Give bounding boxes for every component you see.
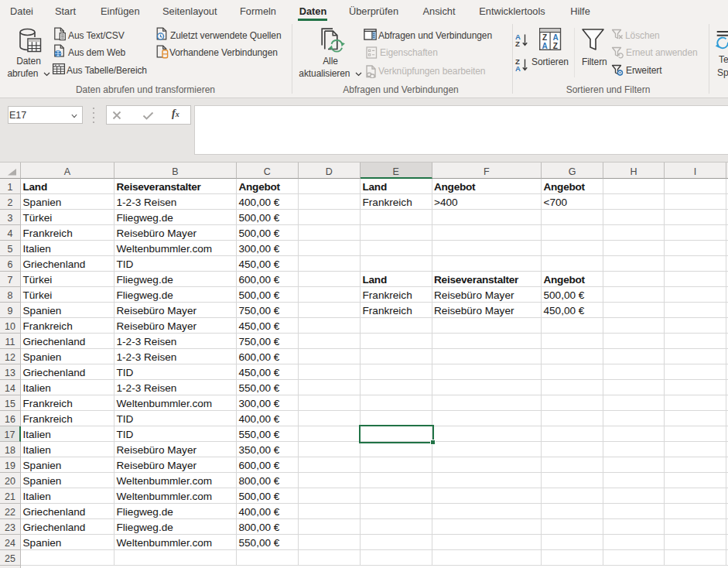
svg-text:A: A <box>515 64 521 73</box>
svg-text:Z: Z <box>553 42 558 50</box>
svg-text:A: A <box>542 42 548 50</box>
svg-text:Z: Z <box>542 33 547 42</box>
svg-text:Z: Z <box>515 39 520 48</box>
svg-text:A: A <box>552 33 558 42</box>
